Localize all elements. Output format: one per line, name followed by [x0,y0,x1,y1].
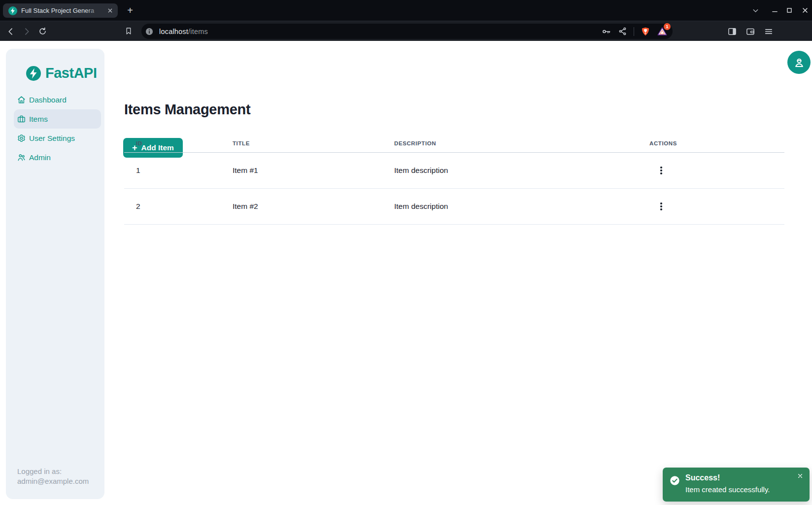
new-tab-button[interactable]: + [124,4,136,16]
sidebar-item-label: Dashboard [29,96,67,104]
column-header-description: DESCRIPTION [394,140,649,146]
url-host: localhost [159,28,188,35]
sidebar-item-label: User Settings [29,134,75,143]
column-header-title: TITLE [233,140,394,146]
cell-title: Item #2 [233,202,394,211]
table-row: 1 Item #1 Item description [124,153,784,189]
column-header-id: ID [124,140,233,146]
logo-wordmark: FastAPI [45,65,97,81]
browser-window: Full Stack Project Genera + [0,0,812,505]
toolbar-divider [634,27,634,36]
url-path: /items [188,28,208,35]
cell-id: 2 [124,202,233,211]
toast-message: Item created successfully. [685,485,770,494]
toast-title: Success! [685,473,720,482]
fastapi-logo: FastAPI [26,65,97,81]
reload-button[interactable] [36,26,48,37]
fastapi-favicon-icon [8,6,17,15]
home-icon [17,96,26,104]
cell-description: Item description [394,202,649,211]
users-icon [17,153,26,162]
browser-toolbar: localhost/items 1 [0,21,812,41]
url-text: localhost/items [159,28,208,35]
share-icon[interactable] [618,27,627,36]
sidebar: FastAPI Dashboard Items [6,49,104,499]
table-row: 2 Item #2 Item description [124,189,784,225]
sidebar-item-label: Admin [29,153,51,162]
logged-in-label: Logged in as: [17,467,89,476]
check-circle-icon [670,475,680,486]
site-info-icon[interactable] [144,27,154,36]
table-header-row: ID TITLE DESCRIPTION ACTIONS [124,135,784,153]
bookmark-icon[interactable] [123,26,134,36]
toast-close-icon[interactable] [796,472,804,480]
page-title: Items Management [124,101,250,118]
menu-hamburger-icon[interactable] [763,26,775,37]
logged-in-info: Logged in as: admin@example.com [17,467,89,486]
column-header-actions: ACTIONS [649,140,784,146]
briefcase-icon [17,115,26,123]
fastapi-bolt-icon [26,66,41,81]
minimize-button[interactable] [770,5,779,15]
cell-id: 1 [124,166,233,175]
user-avatar-button[interactable] [787,51,811,74]
page-content: FastAPI Dashboard Items [0,41,812,505]
user-icon [793,56,806,69]
side-panel-icon[interactable] [726,26,738,37]
sidebar-nav: Dashboard Items User Settings [6,90,104,167]
maximize-button[interactable] [784,5,794,15]
rewards-notification-badge: 1 [664,23,671,30]
tab-search-chevron-icon[interactable] [750,5,760,15]
tab-title: Full Stack Project Genera [21,7,102,14]
close-window-button[interactable] [800,5,810,15]
success-toast: Success! Item created successfully. [663,468,810,502]
sidebar-item-label: Items [29,115,48,124]
cell-title: Item #1 [233,166,394,175]
sidebar-item-admin[interactable]: Admin [6,148,104,167]
cell-description: Item description [394,166,649,175]
window-controls [750,0,810,21]
row-actions-menu-icon[interactable] [654,200,668,213]
tab-close-icon[interactable] [106,7,114,15]
sidebar-item-items[interactable]: Items [14,109,101,129]
address-bar[interactable]: localhost/items 1 [141,24,673,39]
brave-shields-icon[interactable] [641,27,650,36]
items-table: ID TITLE DESCRIPTION ACTIONS 1 Item #1 I… [124,135,784,225]
wallet-icon[interactable] [744,26,756,37]
forward-button[interactable] [21,26,33,37]
brave-rewards-icon[interactable]: 1 [657,26,668,37]
back-button[interactable] [5,26,17,37]
browser-tab-bar: Full Stack Project Genera + [0,0,812,21]
browser-tab[interactable]: Full Stack Project Genera [3,3,118,18]
sidebar-item-dashboard[interactable]: Dashboard [6,90,104,109]
row-actions-menu-icon[interactable] [654,164,668,177]
logged-in-email: admin@example.com [17,476,89,486]
password-key-icon[interactable] [602,27,611,36]
gear-icon [17,134,26,142]
sidebar-item-user-settings[interactable]: User Settings [6,129,104,148]
